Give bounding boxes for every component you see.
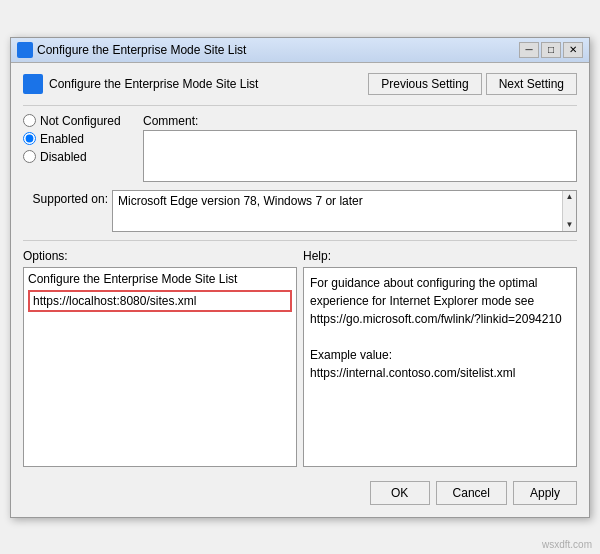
help-text-3: Example value: https://internal.contoso.… [310, 348, 515, 380]
separator-1 [23, 105, 577, 106]
minimize-button[interactable]: ─ [519, 42, 539, 58]
radio-enabled[interactable]: Enabled [23, 132, 133, 146]
comment-section: Comment: [143, 114, 577, 182]
options-box: Configure the Enterprise Mode Site List [23, 267, 297, 467]
header-buttons: Previous Setting Next Setting [368, 73, 577, 95]
main-window: Configure the Enterprise Mode Site List … [10, 37, 590, 518]
scroll-down-arrow[interactable]: ▼ [564, 219, 576, 231]
radio-group: Not Configured Enabled Disabled [23, 114, 133, 182]
title-bar: Configure the Enterprise Mode Site List … [11, 38, 589, 63]
top-section: Not Configured Enabled Disabled Comment: [23, 114, 577, 182]
radio-disabled-label: Disabled [40, 150, 87, 164]
radio-not-configured-input[interactable] [23, 114, 36, 127]
options-item-label: Configure the Enterprise Mode Site List [28, 272, 292, 286]
help-label: Help: [303, 249, 577, 263]
header-policy-icon [23, 74, 43, 94]
options-panel: Options: Configure the Enterprise Mode S… [23, 249, 297, 467]
supported-text: Microsoft Edge version 78, Windows 7 or … [118, 194, 363, 208]
options-label: Options: [23, 249, 297, 263]
comment-label: Comment: [143, 114, 577, 128]
header-title: Configure the Enterprise Mode Site List [49, 77, 258, 91]
previous-setting-button[interactable]: Previous Setting [368, 73, 481, 95]
maximize-button[interactable]: □ [541, 42, 561, 58]
scroll-up-arrow[interactable]: ▲ [564, 191, 576, 203]
apply-button[interactable]: Apply [513, 481, 577, 505]
radio-disabled[interactable]: Disabled [23, 150, 133, 164]
main-panels: Options: Configure the Enterprise Mode S… [23, 249, 577, 467]
supported-section: Supported on: Microsoft Edge version 78,… [23, 190, 577, 232]
supported-scrollbar[interactable]: ▲ ▼ [562, 191, 576, 231]
bottom-buttons: OK Cancel Apply [23, 477, 577, 507]
supported-label: Supported on: [23, 190, 108, 206]
next-setting-button[interactable]: Next Setting [486, 73, 577, 95]
ok-button[interactable]: OK [370, 481, 430, 505]
help-box: For guidance about configuring the optim… [303, 267, 577, 467]
window-title: Configure the Enterprise Mode Site List [37, 43, 515, 57]
header-row: Configure the Enterprise Mode Site List … [23, 73, 577, 95]
close-button[interactable]: ✕ [563, 42, 583, 58]
radio-not-configured[interactable]: Not Configured [23, 114, 133, 128]
header-left: Configure the Enterprise Mode Site List [23, 74, 258, 94]
window-icon [17, 42, 33, 58]
comment-textarea[interactable] [143, 130, 577, 182]
help-panel: Help: For guidance about configuring the… [303, 249, 577, 467]
help-text-1: For guidance about configuring the optim… [310, 276, 562, 326]
radio-enabled-input[interactable] [23, 132, 36, 145]
separator-2 [23, 240, 577, 241]
options-input[interactable] [28, 290, 292, 312]
dialog-body: Configure the Enterprise Mode Site List … [11, 63, 589, 517]
cancel-button[interactable]: Cancel [436, 481, 507, 505]
window-controls: ─ □ ✕ [519, 42, 583, 58]
supported-box: Microsoft Edge version 78, Windows 7 or … [112, 190, 577, 232]
radio-not-configured-label: Not Configured [40, 114, 121, 128]
watermark: wsxdft.com [542, 539, 592, 550]
radio-disabled-input[interactable] [23, 150, 36, 163]
radio-enabled-label: Enabled [40, 132, 84, 146]
